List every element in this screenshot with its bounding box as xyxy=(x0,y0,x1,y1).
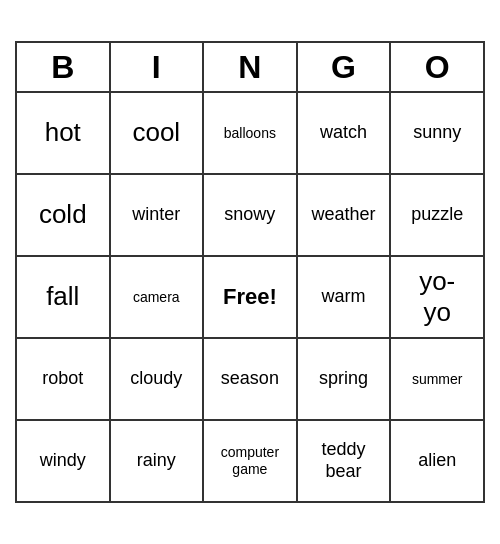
bingo-cell-r3-c0: robot xyxy=(16,338,110,420)
bingo-cell-r2-c2: Free! xyxy=(203,256,297,338)
bingo-cell-r1-c2: snowy xyxy=(203,174,297,256)
bingo-cell-r4-c3: teddybear xyxy=(297,420,391,502)
bingo-header-N: N xyxy=(203,42,297,92)
bingo-cell-r2-c0: fall xyxy=(16,256,110,338)
bingo-cell-r4-c0: windy xyxy=(16,420,110,502)
bingo-cell-r2-c1: camera xyxy=(110,256,204,338)
bingo-cell-r1-c1: winter xyxy=(110,174,204,256)
bingo-cell-r1-c3: weather xyxy=(297,174,391,256)
bingo-cell-r3-c4: summer xyxy=(390,338,484,420)
bingo-cell-r0-c0: hot xyxy=(16,92,110,174)
bingo-header-G: G xyxy=(297,42,391,92)
bingo-cell-r4-c4: alien xyxy=(390,420,484,502)
bingo-cell-r2-c3: warm xyxy=(297,256,391,338)
bingo-header-B: B xyxy=(16,42,110,92)
bingo-cell-r3-c2: season xyxy=(203,338,297,420)
bingo-cell-r1-c4: puzzle xyxy=(390,174,484,256)
bingo-cell-r4-c2: computergame xyxy=(203,420,297,502)
bingo-cell-r0-c1: cool xyxy=(110,92,204,174)
bingo-cell-r0-c3: watch xyxy=(297,92,391,174)
bingo-header-I: I xyxy=(110,42,204,92)
bingo-cell-r3-c3: spring xyxy=(297,338,391,420)
bingo-cell-r1-c0: cold xyxy=(16,174,110,256)
bingo-header-O: O xyxy=(390,42,484,92)
bingo-cell-r3-c1: cloudy xyxy=(110,338,204,420)
bingo-cell-r0-c2: balloons xyxy=(203,92,297,174)
bingo-cell-r0-c4: sunny xyxy=(390,92,484,174)
bingo-cell-r2-c4: yo-yo xyxy=(390,256,484,338)
bingo-cell-r4-c1: rainy xyxy=(110,420,204,502)
bingo-card: BINGO hotcoolballoonswatchsunnycoldwinte… xyxy=(15,41,485,503)
